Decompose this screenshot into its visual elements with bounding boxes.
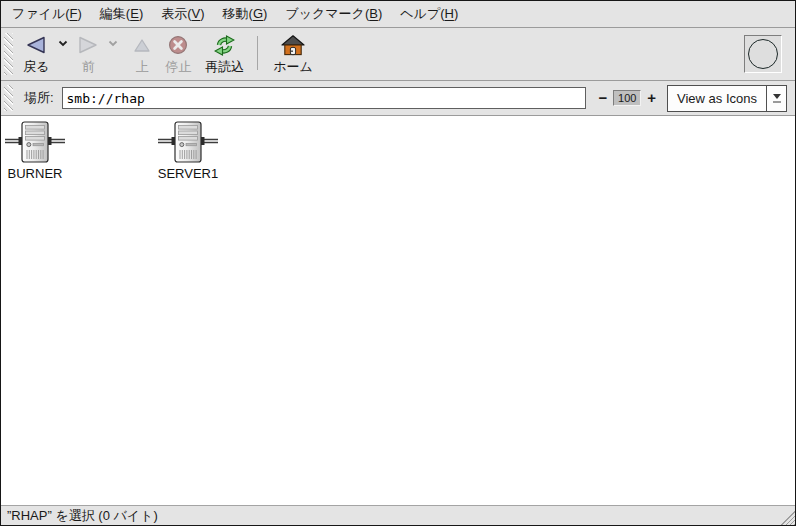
up-arrow-icon xyxy=(133,34,151,56)
throbber-sphere-icon xyxy=(748,39,778,69)
zoom-out-button[interactable]: − xyxy=(599,91,608,105)
throbber xyxy=(744,35,782,73)
back-button[interactable]: 戻る xyxy=(16,30,56,78)
server-icon xyxy=(157,121,219,163)
back-arrow-icon xyxy=(25,34,47,56)
menu-view[interactable]: 表示(V) xyxy=(152,1,213,27)
file-item-label: SERVER1 xyxy=(158,166,218,181)
toolbar-drag-handle[interactable] xyxy=(4,33,13,75)
location-label: 場所: xyxy=(24,89,54,107)
file-view: BURNER SERVER1 xyxy=(1,116,795,505)
status-text: ”RHAP” を選択 (0 バイト) xyxy=(7,507,158,525)
forward-dropdown-chevron-icon xyxy=(106,40,120,47)
dropdown-arrow-icon xyxy=(766,86,786,111)
resize-grip[interactable] xyxy=(778,508,795,525)
menu-bookmarks[interactable]: ブックマーク(B) xyxy=(276,1,391,27)
locationbar-drag-handle[interactable] xyxy=(4,85,13,111)
location-input[interactable] xyxy=(62,87,586,109)
zoom-in-button[interactable]: + xyxy=(647,91,656,105)
file-item-server1[interactable]: SERVER1 xyxy=(156,121,220,181)
view-mode-dropdown[interactable]: View as Icons xyxy=(667,85,787,112)
view-mode-label: View as Icons xyxy=(668,86,766,111)
forward-button: 前 xyxy=(70,30,106,78)
menu-edit[interactable]: 編集(E) xyxy=(91,1,152,27)
menu-go[interactable]: 移動(G) xyxy=(214,1,277,27)
toolbar-separator xyxy=(257,36,258,70)
stop-button: 停止 xyxy=(158,30,198,78)
file-item-label: BURNER xyxy=(8,166,63,181)
toolbar: 戻る 前 上 停止 xyxy=(1,28,795,81)
location-bar: 場所: − 100 + View as Icons xyxy=(1,81,795,116)
menu-help[interactable]: ヘルプ(H) xyxy=(391,1,467,27)
menubar: ファイル(F) 編集(E) 表示(V) 移動(G) ブックマーク(B) ヘルプ(… xyxy=(1,1,795,28)
file-manager-window: ファイル(F) 編集(E) 表示(V) 移動(G) ブックマーク(B) ヘルプ(… xyxy=(0,0,796,526)
file-item-burner[interactable]: BURNER xyxy=(3,121,67,181)
status-bar: ”RHAP” を選択 (0 バイト) xyxy=(1,505,795,525)
stop-icon xyxy=(168,34,188,56)
reload-button[interactable]: 再読込 xyxy=(198,30,251,78)
back-dropdown-chevron-icon[interactable] xyxy=(56,40,70,47)
home-icon xyxy=(281,34,305,56)
reload-icon xyxy=(214,34,235,56)
server-icon xyxy=(4,121,66,163)
zoom-level-indicator: 100 xyxy=(613,90,641,106)
home-button[interactable]: ホーム xyxy=(266,30,320,78)
forward-arrow-icon xyxy=(77,34,99,56)
menu-file[interactable]: ファイル(F) xyxy=(3,1,91,27)
up-button: 上 xyxy=(126,30,158,78)
